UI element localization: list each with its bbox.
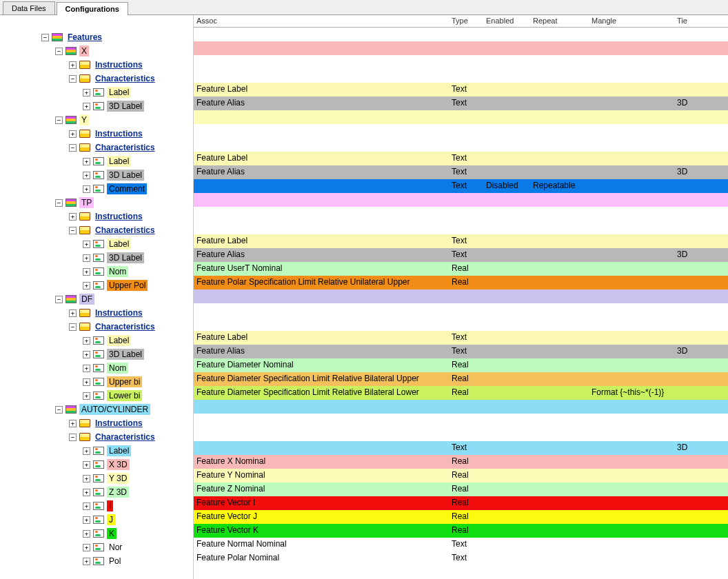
grid-row[interactable]: Feature AliasText3D bbox=[194, 96, 728, 110]
tab-data-files[interactable]: Data Files bbox=[3, 1, 55, 14]
expand-icon[interactable]: + bbox=[83, 461, 90, 469]
tree-label[interactable]: Y bbox=[79, 114, 89, 125]
tree-label[interactable]: Features bbox=[65, 32, 104, 43]
expand-icon[interactable]: + bbox=[69, 61, 77, 69]
tree-label[interactable]: Upper bi bbox=[107, 376, 142, 387]
collapse-icon[interactable]: − bbox=[55, 199, 63, 207]
expand-icon[interactable]: + bbox=[83, 475, 90, 482]
collapse-icon[interactable]: − bbox=[41, 34, 49, 41]
tree-label[interactable]: Nom bbox=[107, 363, 128, 374]
tree-label[interactable]: J bbox=[107, 514, 115, 525]
tree-node[interactable]: −Characteristics bbox=[41, 430, 193, 444]
grid-row[interactable]: Feature LabelText bbox=[194, 83, 728, 96]
tree-node[interactable]: −Characteristics bbox=[41, 320, 193, 334]
grid-row[interactable]: Feature LabelText bbox=[194, 234, 728, 248]
expand-icon[interactable]: + bbox=[69, 213, 77, 221]
tree-label[interactable]: K bbox=[107, 528, 117, 539]
collapse-icon[interactable]: − bbox=[55, 48, 63, 55]
tree-label[interactable]: Characteristics bbox=[93, 225, 157, 236]
col-repeat[interactable]: Repeat bbox=[530, 15, 589, 27]
grid-row[interactable]: Feature Vector IReal bbox=[194, 496, 728, 510]
tree-label[interactable]: Instructions bbox=[93, 307, 145, 318]
col-enabled[interactable]: Enabled bbox=[483, 15, 530, 27]
tree-node[interactable]: +J bbox=[41, 513, 193, 527]
tree-label[interactable]: 3D Label bbox=[107, 170, 144, 181]
expand-icon[interactable]: + bbox=[69, 130, 77, 138]
tree-label[interactable]: Characteristics bbox=[93, 321, 157, 332]
grid-row[interactable]: Feature LabelText bbox=[194, 331, 728, 345]
tree-node[interactable]: +Comment bbox=[41, 182, 193, 196]
tree-node[interactable]: −Characteristics bbox=[41, 141, 193, 154]
grid-row[interactable] bbox=[194, 41, 728, 55]
tree-node[interactable]: +Instructions bbox=[41, 210, 193, 223]
col-assoc[interactable]: Assoc bbox=[194, 15, 449, 27]
grid-row[interactable]: Feature AliasText3D bbox=[194, 248, 728, 262]
tree-node[interactable]: +X 3D bbox=[41, 458, 193, 471]
collapse-icon[interactable]: − bbox=[55, 116, 63, 124]
expand-icon[interactable]: + bbox=[83, 530, 90, 538]
collapse-icon[interactable]: − bbox=[69, 323, 77, 331]
expand-icon[interactable]: + bbox=[83, 337, 90, 345]
tab-configurations[interactable]: Configurations bbox=[57, 2, 128, 15]
tree-node[interactable]: +Upper Pol bbox=[41, 278, 193, 292]
tree-label[interactable]: Pol bbox=[107, 556, 123, 567]
tree-label[interactable]: Instructions bbox=[93, 211, 145, 222]
tree-node[interactable]: −TP bbox=[41, 196, 193, 210]
tree-label[interactable]: Label bbox=[107, 238, 131, 250]
tree-label[interactable]: Upper Pol bbox=[107, 280, 148, 291]
expand-icon[interactable]: + bbox=[69, 309, 77, 317]
tree-label[interactable]: Characteristics bbox=[93, 431, 157, 443]
expand-icon[interactable]: + bbox=[83, 351, 90, 358]
tree-node[interactable]: −Y bbox=[41, 113, 193, 127]
tree-label[interactable]: AUTO/CYLINDER bbox=[79, 404, 150, 415]
grid-row[interactable]: Feature UserT NominalReal bbox=[194, 262, 728, 276]
tree-node[interactable]: +Instructions bbox=[41, 306, 193, 320]
tree-label[interactable]: Y 3D bbox=[107, 473, 129, 484]
tree-node[interactable]: +Instructions bbox=[41, 58, 193, 72]
tree-label[interactable]: Nor bbox=[107, 542, 124, 553]
expand-icon[interactable]: + bbox=[83, 185, 90, 193]
tree-label[interactable]: Characteristics bbox=[93, 142, 157, 153]
tree-node[interactable]: +3D Label bbox=[41, 347, 193, 361]
tree-node[interactable]: −AUTO/CYLINDER bbox=[41, 403, 193, 416]
grid-row[interactable]: Feature LabelText bbox=[194, 152, 728, 165]
expand-icon[interactable]: + bbox=[83, 558, 90, 565]
tree-label[interactable]: TP bbox=[79, 197, 94, 208]
tree-node[interactable]: −X bbox=[41, 44, 193, 58]
tree-node[interactable]: +Instructions bbox=[41, 416, 193, 430]
grid-row[interactable]: Feature Y NominalReal bbox=[194, 469, 728, 482]
tree-label[interactable]: Instructions bbox=[93, 418, 145, 429]
tree-label[interactable]: X bbox=[79, 45, 89, 57]
expand-icon[interactable]: + bbox=[83, 103, 90, 110]
grid-row[interactable]: Feature Diameter Specification Limit Rel… bbox=[194, 386, 728, 400]
expand-icon[interactable]: + bbox=[83, 489, 90, 496]
expand-icon[interactable]: + bbox=[69, 420, 77, 427]
grid-row[interactable]: Feature X NominalReal bbox=[194, 455, 728, 469]
grid-row[interactable]: Feature AliasText3D bbox=[194, 165, 728, 179]
tree-label[interactable]: Instructions bbox=[93, 59, 145, 70]
grid-row[interactable]: Feature Diameter NominalReal bbox=[194, 358, 728, 372]
col-type[interactable]: Type bbox=[449, 15, 483, 27]
expand-icon[interactable]: + bbox=[83, 89, 90, 96]
tree-label[interactable]: I bbox=[107, 500, 113, 511]
tree-node[interactable]: +3D Label bbox=[41, 168, 193, 182]
tree-label[interactable]: Label bbox=[107, 445, 131, 456]
expand-icon[interactable]: + bbox=[83, 392, 90, 400]
tree-label[interactable]: Characteristics bbox=[93, 73, 157, 84]
expand-icon[interactable]: + bbox=[83, 282, 90, 290]
expand-icon[interactable]: + bbox=[83, 254, 90, 262]
grid-row[interactable]: Feature Normal NominalText bbox=[194, 538, 728, 551]
collapse-icon[interactable]: − bbox=[55, 406, 63, 414]
expand-icon[interactable]: + bbox=[83, 268, 90, 276]
tree-node[interactable]: −Characteristics bbox=[41, 72, 193, 85]
tree-node[interactable]: −Characteristics bbox=[41, 223, 193, 237]
grid-row[interactable] bbox=[194, 110, 728, 124]
tree-node[interactable]: +Label bbox=[41, 85, 193, 99]
tree-node[interactable]: +Pol bbox=[41, 554, 193, 568]
tree-node[interactable]: +Nom bbox=[41, 361, 193, 375]
grid-row[interactable]: Feature Vector JReal bbox=[194, 510, 728, 524]
tree-label[interactable]: X 3D bbox=[107, 459, 130, 470]
tree-node[interactable]: +Nor bbox=[41, 540, 193, 554]
grid-row[interactable]: TextDisabledRepeatable bbox=[194, 179, 728, 193]
tree-node[interactable]: +Lower bi bbox=[41, 389, 193, 403]
